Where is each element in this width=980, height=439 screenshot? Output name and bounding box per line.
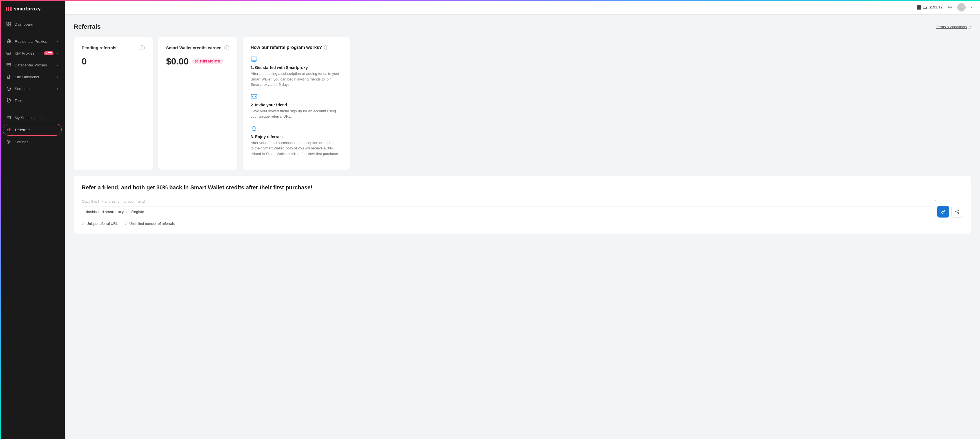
svg-rect-1 [9,22,11,24]
sidebar-item-label-scraping: Scraping [14,87,54,91]
logo-icon [6,7,11,11]
features-row: ✓ Unique referral URL ✓ Unlimited number… [82,222,963,226]
how-it-works-card: How our referral program works? i 1. Get… [243,37,350,170]
step3-icon [251,125,259,133]
pending-referrals-card: Pending referrals i 0 [74,37,153,170]
step1-desc: After purchasing a subscription or addin… [251,71,342,87]
wallet-icon: ⬛ [916,5,921,10]
pending-label: Pending referrals [82,45,116,51]
site-unblocker-icon [6,74,11,79]
share-button[interactable] [951,206,963,217]
chevron-down-icon: ▾ [57,87,58,90]
referral-url-input[interactable] [82,206,935,217]
sidebar-item-label-dashboard: Dashboard [14,22,58,27]
step2-desc: Have your invited friend sign up for an … [251,108,342,119]
balance-display: ⬛ $191.12 [916,5,943,10]
sidebar-item-isp[interactable]: ISP Proxies NEW ▾ [3,48,62,59]
check-icon: ✓ [82,222,85,226]
feature-label-unique: Unique referral URL [86,222,118,226]
chevron-down-icon: ▾ [57,40,58,43]
sidebar: smartproxy Dashboard [0,0,65,439]
check-icon: ✓ [124,222,127,226]
svg-rect-0 [7,22,8,24]
tools-icon [6,98,11,103]
logo-area: smartproxy [0,1,65,19]
account-chevron-icon[interactable]: ▾ [971,6,972,9]
copy-link-button[interactable] [937,206,949,217]
balance-amount: $191.12 [929,5,943,9]
wallet-label: Smart Wallet credits earned [166,45,222,51]
isp-icon [6,51,11,56]
chevron-down-icon: ▾ [57,63,58,67]
link-icon [940,209,946,214]
residential-icon [6,39,11,44]
how-it-works-title: How our referral program works? i [251,45,342,50]
page-title: Referrals [74,23,100,30]
card-header: Pending referrals i [82,45,145,51]
svg-point-15 [8,77,9,78]
terms-conditions-link[interactable]: Terms & conditions ↗ [936,25,971,29]
feature-unique-url: ✓ Unique referral URL [82,222,118,226]
datacenter-icon [6,62,11,68]
step1-icon [251,56,259,63]
language-button[interactable]: Aa [948,5,952,9]
new-badge: NEW [44,51,54,55]
svg-point-25 [956,211,956,212]
step3-title: 3. Enjoy referrals [251,135,342,139]
sidebar-item-scraping[interactable]: Scraping ▾ [3,83,62,94]
wallet-icon [923,6,927,9]
sidebar-item-settings[interactable]: Settings [3,136,62,147]
sidebar-item-tools[interactable]: Tools [3,95,62,106]
user-avatar[interactable]: J [957,3,966,11]
step-3: 3. Enjoy referrals After your friend pur… [251,125,342,157]
external-link-icon: ↗ [968,25,971,29]
step2-icon [251,93,259,101]
chevron-down-icon: ▾ [57,52,58,55]
sidebar-item-label-datacenter: Datacenter Proxies [14,63,54,67]
feature-unlimited: ✓ Unlimited number of referrals [124,222,175,226]
sidebar-item-datacenter[interactable]: Datacenter Proxies ▾ [3,59,62,71]
how-info-icon[interactable]: i [324,45,329,50]
wallet-value-row: $0.00 $0 THIS MONTH [166,56,229,67]
arrow-down-icon: ↓ [935,196,938,203]
nav-section: Dashboard Residential Proxies ▾ [0,19,65,439]
sidebar-item-residential[interactable]: Residential Proxies ▾ [3,36,62,47]
sidebar-item-dashboard[interactable]: Dashboard [3,19,62,30]
share-icon [955,209,959,214]
dashboard-icon [6,22,11,27]
card-header: Smart Wallet credits earned i [166,45,229,51]
sidebar-item-label-tools: Tools [14,98,58,103]
page-header: Referrals Terms & conditions ↗ [74,23,971,30]
main-area: ⬛ $191.12 Aa J ▾ Referrals Terms & condi… [65,0,980,439]
stats-row: Pending referrals i 0 Smart Wallet credi… [74,37,971,170]
sidebar-item-site-unblocker[interactable]: Site Unblocker ▾ [3,71,62,82]
step1-title: 1. Get started with Smartproxy [251,65,342,70]
step2-title: 2. Invite your friend [251,103,342,107]
topbar: ⬛ $191.12 Aa J ▾ [65,0,980,14]
svg-point-18 [8,141,10,143]
sidebar-item-label-residential: Residential Proxies [14,40,54,44]
svg-rect-2 [7,24,8,26]
svg-point-13 [10,65,10,66]
step-1: 1. Get started with Smartproxy After pur… [251,56,342,87]
svg-rect-3 [9,24,11,26]
logo-text: smartproxy [14,6,41,12]
svg-rect-21 [251,57,257,61]
svg-point-23 [958,210,959,211]
month-badge: $0 THIS MONTH [192,59,223,64]
wallet-info-icon[interactable]: i [224,45,229,51]
wallet-value: $0.00 [166,56,189,67]
sidebar-item-referrals[interactable]: Referrals [3,124,62,136]
step-2: 2. Invite your friend Have your invited … [251,93,342,119]
svg-point-12 [10,63,10,64]
step3-desc: After your friend purchases a subscripti… [251,140,342,157]
copy-label: Copy this link and send it to your frien… [82,199,963,203]
sidebar-item-label-isp: ISP Proxies [14,51,41,55]
content-area: Referrals Terms & conditions ↗ Pending r… [65,14,980,439]
svg-rect-7 [7,52,11,54]
scraping-icon [6,86,11,91]
pending-info-icon[interactable]: i [140,45,145,51]
referral-promo-text: Refer a friend, and both get 30% back in… [82,184,963,191]
sidebar-item-label-site-unblocker: Site Unblocker [14,75,54,79]
sidebar-item-subscriptions[interactable]: My Subscriptions [3,112,62,123]
